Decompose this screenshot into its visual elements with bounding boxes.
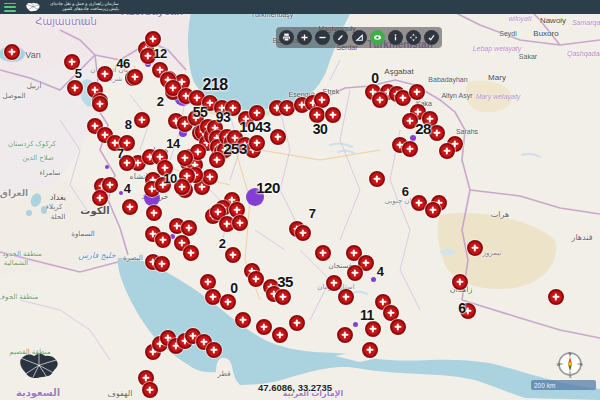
- red-plus-marker[interactable]: [467, 240, 483, 256]
- red-plus-marker[interactable]: [429, 125, 445, 141]
- red-plus-marker[interactable]: [402, 141, 418, 157]
- compass-letter-n: N: [569, 350, 572, 355]
- red-plus-marker[interactable]: [92, 190, 108, 206]
- pencil-icon: [336, 33, 345, 42]
- red-plus-marker[interactable]: [452, 274, 468, 290]
- red-plus-marker[interactable]: [97, 66, 113, 82]
- red-plus-marker[interactable]: [372, 92, 388, 108]
- red-plus-marker[interactable]: [142, 382, 158, 398]
- red-plus-marker[interactable]: [314, 92, 330, 108]
- purple-cluster-marker[interactable]: [105, 165, 109, 169]
- red-plus-marker[interactable]: [232, 215, 248, 231]
- cluster-count-label: 218: [202, 76, 227, 94]
- cluster-count-label: 93: [216, 109, 231, 125]
- red-plus-marker[interactable]: [200, 274, 216, 290]
- red-plus-marker[interactable]: [202, 169, 218, 185]
- map-place-label: Aşgabat: [384, 67, 413, 76]
- red-plus-marker[interactable]: [67, 80, 83, 96]
- red-plus-marker[interactable]: [272, 327, 288, 343]
- map-place-label: Samarqand: [572, 19, 600, 26]
- zoom-in-button[interactable]: [297, 30, 312, 45]
- map-place-label: الكوت: [80, 205, 109, 216]
- purple-cluster-marker[interactable]: [371, 277, 376, 282]
- red-plus-marker[interactable]: [155, 232, 171, 248]
- map-place-label: الشمالية: [4, 259, 29, 267]
- red-plus-marker[interactable]: [326, 275, 342, 291]
- map-place-label: Nawoiy: [540, 16, 566, 25]
- red-plus-marker[interactable]: [127, 69, 143, 85]
- red-plus-marker[interactable]: [289, 315, 305, 331]
- zoom-out-button[interactable]: [315, 30, 330, 45]
- cluster-count-label: 11: [360, 307, 374, 323]
- red-plus-marker[interactable]: [235, 312, 251, 328]
- map-place-label: بغداد: [50, 193, 66, 202]
- red-plus-marker[interactable]: [548, 289, 564, 305]
- organization-watermark-logo: [16, 348, 62, 388]
- compass-control[interactable]: NESW: [557, 351, 583, 377]
- red-plus-marker[interactable]: [295, 225, 311, 241]
- compass-letter-s: S: [569, 373, 572, 378]
- cluster-count-label: 4: [124, 181, 131, 196]
- cluster-count-label: 35: [277, 273, 293, 290]
- red-plus-marker[interactable]: [390, 319, 406, 335]
- red-plus-marker[interactable]: [347, 265, 363, 281]
- map-place-label: Babadayhan: [428, 76, 467, 83]
- info-icon: [391, 33, 400, 42]
- map-place-label: Sarahs: [456, 128, 478, 135]
- minus-icon: [318, 33, 327, 42]
- red-plus-marker[interactable]: [249, 135, 265, 151]
- red-plus-marker[interactable]: [154, 256, 170, 272]
- map-canvas[interactable]: AzərbaycanՀայաստանVanTürkmenbaşyMagtymgu…: [0, 0, 600, 400]
- red-plus-marker[interactable]: [365, 321, 381, 337]
- red-plus-marker[interactable]: [315, 245, 331, 261]
- info-button[interactable]: [388, 30, 403, 45]
- check-icon: [427, 33, 436, 42]
- red-plus-marker[interactable]: [177, 150, 193, 166]
- red-plus-marker[interactable]: [275, 289, 291, 305]
- cluster-count-label: 46: [116, 56, 129, 71]
- red-plus-marker[interactable]: [439, 143, 455, 159]
- measure-button[interactable]: [352, 30, 367, 45]
- purple-cluster-marker[interactable]: [119, 191, 123, 195]
- red-plus-marker[interactable]: [248, 271, 264, 287]
- layers-visibility-button[interactable]: [370, 30, 385, 45]
- purple-cluster-marker[interactable]: [353, 322, 358, 327]
- red-plus-marker[interactable]: [369, 171, 385, 187]
- red-plus-marker[interactable]: [205, 289, 221, 305]
- red-plus-marker[interactable]: [256, 319, 272, 335]
- map-place-label: قطر: [218, 370, 231, 378]
- confirm-button[interactable]: [424, 30, 439, 45]
- red-plus-marker[interactable]: [337, 327, 353, 343]
- red-plus-marker[interactable]: [92, 96, 108, 112]
- cluster-count-label: 55: [193, 104, 208, 120]
- draw-button[interactable]: [333, 30, 348, 45]
- map-place-label: قندهار: [572, 233, 593, 242]
- red-plus-marker[interactable]: [338, 289, 354, 305]
- cluster-count-label: 253: [223, 140, 247, 157]
- organization-logo-icon: [21, 1, 45, 13]
- red-plus-marker[interactable]: [270, 129, 286, 145]
- expand-button[interactable]: [406, 30, 421, 45]
- map-place-label: منطقة الحدود: [2, 250, 42, 258]
- red-plus-marker[interactable]: [134, 112, 150, 128]
- map-place-label: السعودية: [16, 387, 60, 398]
- print-button[interactable]: [279, 30, 294, 45]
- red-plus-marker[interactable]: [279, 100, 295, 116]
- map-application-window: AzərbaycanՀայաստանVanTürkmenbaşyMagtymgu…: [0, 0, 600, 400]
- red-plus-marker[interactable]: [4, 44, 20, 60]
- red-plus-marker[interactable]: [425, 202, 441, 218]
- red-plus-marker[interactable]: [122, 199, 138, 215]
- cluster-count-label: 30: [313, 121, 328, 137]
- red-plus-marker[interactable]: [220, 294, 236, 310]
- app-title: سازمان راهداری و حمل و نقل جاده‌ای پایش …: [50, 2, 119, 11]
- red-plus-marker[interactable]: [225, 247, 241, 263]
- red-plus-marker[interactable]: [206, 342, 222, 358]
- red-plus-marker[interactable]: [183, 245, 199, 261]
- red-plus-marker[interactable]: [181, 220, 197, 236]
- hamburger-menu-button[interactable]: [4, 3, 16, 12]
- red-plus-marker[interactable]: [146, 205, 162, 221]
- red-plus-marker[interactable]: [362, 342, 378, 358]
- red-plus-marker[interactable]: [409, 84, 425, 100]
- map-place-label: Mary: [488, 73, 506, 82]
- map-place-label: السماوة: [71, 230, 95, 238]
